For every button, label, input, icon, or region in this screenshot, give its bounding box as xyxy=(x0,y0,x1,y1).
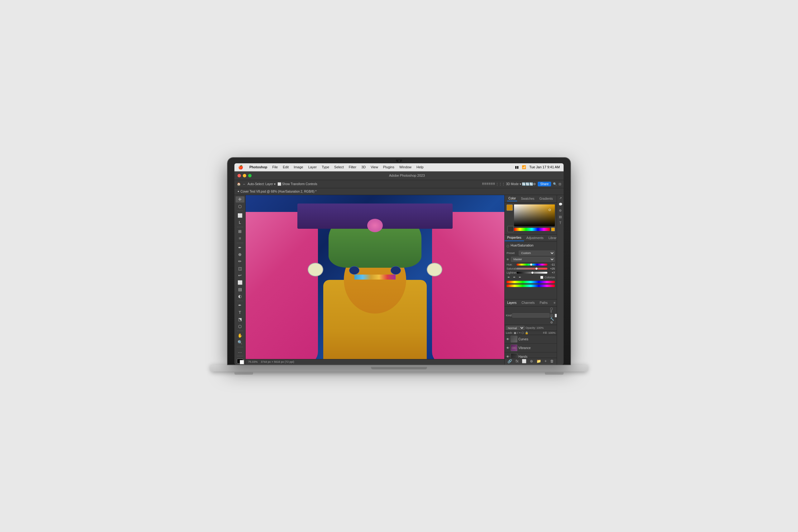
menu-edit[interactable]: Edit xyxy=(283,165,289,169)
preset-select[interactable]: Custom xyxy=(519,251,555,255)
hand-tool[interactable]: ✋ xyxy=(236,332,244,339)
hue-track[interactable] xyxy=(516,264,547,266)
lock-pos-icon[interactable]: + xyxy=(519,331,520,335)
rt-comment-icon[interactable]: 💬 xyxy=(558,203,563,208)
link-layers-btn[interactable]: 🔗 xyxy=(508,359,512,363)
clone-tool[interactable]: ◫ xyxy=(236,265,244,271)
channel-select[interactable]: Master xyxy=(511,257,555,262)
lock-artboard-icon[interactable]: ⬡ xyxy=(521,331,524,335)
tab-swatches[interactable]: Swatches xyxy=(520,196,535,201)
rt-settings-icon[interactable]: ⚙ xyxy=(558,209,563,214)
eyedropper-subtract-icon[interactable]: ✒ xyxy=(512,275,516,280)
new-adjustment-btn[interactable]: ⊕ xyxy=(530,359,533,363)
eyedropper-plain-icon[interactable]: ✒ xyxy=(518,275,522,280)
close-doc-icon[interactable]: ● xyxy=(238,190,239,193)
healing-tool[interactable]: ⊕ xyxy=(236,251,244,258)
layers-panel-options[interactable]: ≡ xyxy=(554,301,557,304)
document-tab[interactable]: ● Cover Test V8.psd @ 68% (Hue/Saturatio… xyxy=(234,188,564,195)
hue-slider[interactable] xyxy=(514,228,550,231)
tab-adjustments[interactable]: Adjustments xyxy=(524,235,546,241)
filter-toggle[interactable]: ⬜ xyxy=(554,314,557,317)
search-icon[interactable]: 🔍 xyxy=(553,182,557,186)
hue-value: -11 xyxy=(549,263,555,266)
hue-thumb[interactable] xyxy=(530,263,532,266)
eraser-tool[interactable]: ⬜ xyxy=(236,279,244,285)
menu-plugins[interactable]: Plugins xyxy=(383,165,394,169)
light-track[interactable] xyxy=(516,272,547,274)
lock-all-icon[interactable]: 🔒 xyxy=(525,331,528,335)
eyedropper-tool[interactable]: ✒ xyxy=(236,244,244,251)
layer-item-hands[interactable]: 👁 Hands xyxy=(505,353,557,358)
more-tools[interactable]: … xyxy=(236,348,244,354)
layer-item-curves[interactable]: 👁 Curves xyxy=(505,335,557,344)
lock-draw-icon[interactable]: / xyxy=(517,331,518,335)
visibility-curves[interactable]: 👁 xyxy=(506,337,510,341)
menu-window[interactable]: Window xyxy=(399,165,412,169)
tab-properties[interactable]: Properties xyxy=(505,235,524,241)
sat-track[interactable] xyxy=(516,268,547,270)
foreground-color[interactable] xyxy=(237,359,243,363)
colorize-checkbox[interactable] xyxy=(540,276,543,279)
type-tool[interactable]: T xyxy=(236,309,244,316)
maximize-button[interactable] xyxy=(248,174,251,177)
rt-layers-icon[interactable]: ▤ xyxy=(558,215,563,220)
app-menu-photoshop[interactable]: Photoshop xyxy=(249,165,267,169)
visibility-hands[interactable]: 👁 xyxy=(506,355,510,358)
dodge-tool[interactable]: ◐ xyxy=(236,293,244,300)
menu-type[interactable]: Type xyxy=(322,165,329,169)
tab-gradients[interactable]: Gradients xyxy=(538,196,554,201)
more-options-icon[interactable]: ⊡ xyxy=(558,182,561,186)
menu-select[interactable]: Select xyxy=(334,165,344,169)
shape-tool[interactable]: ⬡ xyxy=(236,323,244,329)
visibility-vibrance[interactable]: 👁 xyxy=(506,346,510,350)
path-tool[interactable]: ⬔ xyxy=(236,316,244,322)
foreground-swatch[interactable] xyxy=(507,205,513,211)
delete-layer-btn[interactable]: 🗑 xyxy=(550,359,554,363)
add-mask-btn[interactable]: ⬜ xyxy=(522,359,527,363)
lock-px-icon[interactable]: ▣ xyxy=(514,331,516,335)
tab-color[interactable]: Color xyxy=(507,196,517,201)
home-icon[interactable]: 🏠 xyxy=(237,182,241,186)
menu-layer[interactable]: Layer xyxy=(308,165,317,169)
share-button[interactable]: Share xyxy=(538,182,551,186)
menu-help[interactable]: Help xyxy=(416,165,424,169)
rt-type-icon[interactable]: T xyxy=(558,221,563,226)
object-select-tool[interactable]: ⊞ xyxy=(236,228,244,234)
tab-libraries[interactable]: Libraries xyxy=(546,235,557,241)
background-color[interactable] xyxy=(240,360,244,364)
zoom-tool[interactable]: 🔍 xyxy=(236,339,244,345)
move-tool[interactable]: ✛ xyxy=(236,196,244,203)
new-group-btn[interactable]: 📁 xyxy=(536,359,541,363)
canvas-area[interactable]: 75.03% 3744 px × 5616 px (72 ppi) xyxy=(246,195,505,365)
sat-thumb[interactable] xyxy=(535,267,538,270)
rt-share-icon[interactable]: ↗ xyxy=(558,196,563,201)
close-button[interactable] xyxy=(238,174,241,177)
menu-3d[interactable]: 3D xyxy=(361,165,366,169)
artboard-tool[interactable]: ⬡ xyxy=(236,203,244,209)
eyedropper-add-icon[interactable]: ✒ xyxy=(507,275,511,280)
tab-layers[interactable]: Layers xyxy=(505,300,519,306)
pen-tool[interactable]: ✒ xyxy=(236,302,244,308)
layer-item-vibrance[interactable]: 👁 ⬡⬡ Vibrance xyxy=(505,344,557,353)
gradient-tool[interactable]: ▤ xyxy=(236,286,244,292)
menu-file[interactable]: File xyxy=(272,165,278,169)
marquee-tool[interactable]: ⬜ xyxy=(236,212,244,218)
layers-search-input[interactable] xyxy=(512,313,550,318)
apple-menu[interactable]: 🍎 xyxy=(238,165,243,170)
light-thumb[interactable] xyxy=(531,271,534,274)
blend-mode-select[interactable]: Normal xyxy=(506,326,525,330)
menu-filter[interactable]: Filter xyxy=(349,165,356,169)
minimize-button[interactable] xyxy=(243,174,246,177)
menu-view[interactable]: View xyxy=(370,165,378,169)
color-gradient-picker[interactable] xyxy=(514,205,555,226)
tab-paths[interactable]: Paths xyxy=(537,300,550,306)
lasso-tool[interactable]: L xyxy=(236,219,244,225)
brush-tool[interactable]: ✏ xyxy=(236,258,244,265)
add-style-btn[interactable]: fx xyxy=(516,359,518,363)
crop-tool[interactable]: ⌗ xyxy=(236,235,244,242)
history-brush-tool[interactable]: ↩ xyxy=(236,272,244,278)
background-swatch[interactable] xyxy=(508,226,514,232)
menu-image[interactable]: Image xyxy=(293,165,303,169)
tab-channels[interactable]: Channels xyxy=(519,300,537,306)
new-layer-btn[interactable]: + xyxy=(545,359,547,363)
